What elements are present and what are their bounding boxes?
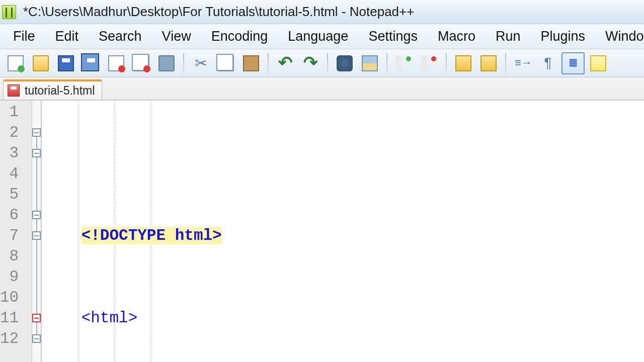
line-number: 2 bbox=[0, 122, 19, 143]
indent-guide-icon[interactable]: ≡→ bbox=[511, 52, 534, 74]
line-number: 8 bbox=[0, 246, 19, 266]
close-all-icon[interactable] bbox=[130, 52, 153, 74]
fold-toggle[interactable] bbox=[32, 328, 41, 349]
undo-icon[interactable]: ↶ bbox=[274, 52, 297, 74]
fold-toggle[interactable] bbox=[32, 143, 41, 163]
fold-toggle bbox=[32, 287, 41, 308]
fold-column[interactable] bbox=[32, 101, 42, 362]
replace-icon[interactable] bbox=[358, 52, 381, 74]
line-number: 10 bbox=[0, 287, 19, 308]
wordwrap-icon[interactable]: ≣ bbox=[561, 52, 585, 74]
menu-macro[interactable]: Macro bbox=[428, 27, 486, 46]
menu-run[interactable]: Run bbox=[486, 27, 531, 46]
menu-edit[interactable]: Edit bbox=[45, 27, 89, 46]
line-number: 9 bbox=[0, 266, 19, 287]
new-file-icon[interactable] bbox=[4, 52, 27, 74]
find-icon[interactable] bbox=[333, 52, 356, 74]
menu-view[interactable]: View bbox=[152, 27, 201, 46]
menu-language[interactable]: Language bbox=[278, 27, 358, 46]
line-number: 3 bbox=[0, 143, 19, 163]
line-number: 4 bbox=[0, 163, 19, 184]
line-number: 12 bbox=[0, 328, 19, 349]
cut-icon[interactable]: ✂ bbox=[189, 52, 212, 74]
menu-window[interactable]: Window bbox=[595, 27, 644, 46]
menu-encoding[interactable]: Encoding bbox=[201, 27, 278, 46]
fold-toggle[interactable] bbox=[32, 225, 41, 246]
fold-toggle bbox=[32, 266, 41, 287]
toolbar-separator bbox=[505, 53, 506, 73]
code-editor[interactable]: 123456789101112 <!DOCTYPE html> <html> <… bbox=[0, 101, 644, 362]
fold-toggle bbox=[32, 246, 41, 266]
file-tab[interactable]: tutorial-5.html bbox=[3, 79, 102, 100]
fold-toggle[interactable] bbox=[32, 122, 41, 143]
toolbar-separator bbox=[327, 53, 328, 73]
unsaved-file-icon bbox=[8, 84, 20, 97]
toolbar-separator bbox=[183, 53, 184, 73]
fold-toggle[interactable] bbox=[32, 308, 41, 328]
menu-file[interactable]: File bbox=[3, 27, 45, 46]
open-file-icon[interactable] bbox=[29, 52, 52, 74]
record-macro-icon[interactable] bbox=[452, 52, 475, 74]
fold-toggle bbox=[32, 163, 41, 184]
fold-toggle bbox=[32, 102, 41, 122]
save-icon[interactable] bbox=[54, 52, 77, 74]
show-symbol-icon[interactable]: ¶ bbox=[536, 52, 559, 74]
code-area[interactable]: <!DOCTYPE html> <html> <head> <title>The… bbox=[42, 101, 644, 362]
doc-map-icon[interactable] bbox=[587, 52, 610, 74]
print-icon[interactable] bbox=[155, 52, 178, 74]
redo-icon[interactable]: ↷ bbox=[299, 52, 322, 74]
menu-settings[interactable]: Settings bbox=[358, 27, 428, 46]
play-macro-icon[interactable] bbox=[477, 52, 500, 74]
paste-icon[interactable] bbox=[239, 52, 263, 74]
close-file-icon[interactable] bbox=[105, 52, 128, 74]
menu-plugins[interactable]: Plugins bbox=[531, 27, 596, 46]
save-all-icon[interactable] bbox=[79, 52, 103, 74]
toolbar-separator bbox=[386, 53, 387, 73]
line-number-gutter: 123456789101112 bbox=[0, 101, 32, 362]
line-number: 6 bbox=[0, 205, 19, 225]
copy-icon[interactable] bbox=[214, 52, 237, 74]
fold-toggle[interactable] bbox=[32, 205, 41, 225]
tab-bar: tutorial-5.html bbox=[0, 77, 644, 101]
fold-toggle bbox=[32, 184, 41, 205]
tab-label: tutorial-5.html bbox=[25, 84, 95, 98]
toolbar: ✂ ↶ ↷ ≡→ ¶ ≣ bbox=[0, 49, 644, 77]
line-number: 11 bbox=[0, 308, 19, 328]
menu-bar: File Edit Search View Encoding Language … bbox=[0, 24, 644, 49]
menu-search[interactable]: Search bbox=[89, 27, 152, 46]
title-bar: *C:\Users\Madhur\Desktop\For Tutorials\t… bbox=[0, 0, 644, 24]
doctype: <!DOCTYPE html> bbox=[82, 227, 222, 244]
line-number: 1 bbox=[0, 102, 19, 122]
window-title: *C:\Users\Madhur\Desktop\For Tutorials\t… bbox=[23, 4, 414, 20]
zoom-in-icon[interactable] bbox=[392, 52, 416, 74]
line-number: 5 bbox=[0, 184, 19, 205]
toolbar-separator bbox=[268, 53, 269, 73]
app-icon bbox=[2, 5, 16, 19]
toolbar-separator bbox=[446, 53, 447, 73]
line-number: 7 bbox=[0, 225, 19, 246]
zoom-out-icon[interactable] bbox=[418, 52, 441, 74]
